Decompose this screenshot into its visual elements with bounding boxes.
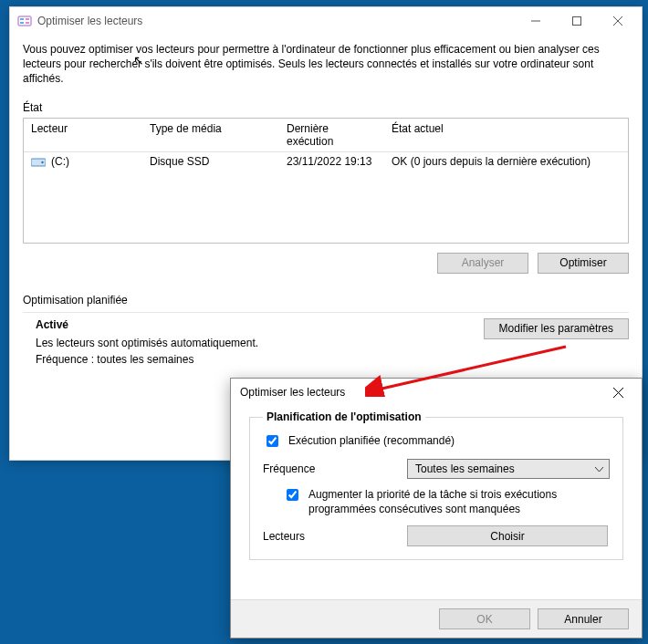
priority-label: Augmenter la priorité de la tâche si tro…: [308, 488, 610, 516]
svg-rect-0: [18, 16, 31, 26]
col-header-last[interactable]: Dernière exécution: [279, 119, 384, 151]
state-section-label: État: [23, 101, 629, 114]
minimize-button[interactable]: [515, 7, 556, 35]
app-icon: [17, 14, 32, 28]
scheduled-run-checkbox[interactable]: [267, 435, 278, 447]
svg-point-10: [41, 161, 43, 162]
svg-rect-6: [572, 17, 580, 26]
maximize-button[interactable]: [556, 7, 597, 35]
window-controls: [515, 7, 638, 35]
optimize-button[interactable]: Optimiser: [538, 253, 629, 274]
close-button[interactable]: [597, 7, 638, 35]
col-header-drive[interactable]: Lecteur: [24, 119, 142, 151]
last-run: 23/11/2022 19:13: [279, 152, 384, 171]
schedule-section-title: Planification de l'optimisation: [263, 410, 425, 423]
schedule-status: Activé: [36, 318, 258, 331]
grid-header[interactable]: Lecteur Type de média Dernière exécution…: [24, 119, 628, 152]
frequency-label: Fréquence: [263, 462, 407, 475]
col-header-media[interactable]: Type de média: [142, 119, 279, 151]
scheduled-run-label: Exécution planifiée (recommandé): [288, 434, 455, 447]
cancel-button[interactable]: Annuler: [538, 608, 629, 629]
schedule-settings-dialog: Optimiser les lecteurs Planification de …: [230, 378, 643, 639]
svg-rect-3: [26, 18, 29, 20]
frequency-select[interactable]: Toutes les semaines: [407, 459, 610, 479]
choose-drives-button[interactable]: Choisir: [407, 525, 608, 546]
media-type: Disque SSD: [142, 152, 279, 171]
dialog-close-button[interactable]: [600, 379, 636, 405]
svg-rect-1: [20, 18, 24, 20]
drives-label: Lecteurs: [263, 530, 407, 543]
priority-checkbox[interactable]: [287, 489, 298, 501]
drive-icon: [31, 156, 46, 167]
current-state: OK (0 jours depuis la dernière exécution…: [384, 152, 628, 171]
dialog-title: Optimiser les lecteurs: [240, 386, 345, 399]
schedule-line1: Les lecteurs sont optimisés automatiquem…: [36, 337, 258, 349]
svg-rect-2: [20, 22, 24, 24]
scheduled-optimization-label: Optimisation planifiée: [23, 294, 629, 306]
titlebar[interactable]: Optimiser les lecteurs: [10, 7, 642, 35]
dialog-titlebar[interactable]: Optimiser les lecteurs: [231, 379, 642, 406]
frequency-value: Toutes les semaines: [415, 462, 515, 475]
ok-button[interactable]: OK: [439, 608, 530, 629]
col-header-state[interactable]: État actuel: [384, 119, 628, 151]
modify-settings-button[interactable]: Modifier les paramètres: [484, 318, 629, 339]
svg-rect-4: [26, 22, 29, 24]
description-text: Vous pouvez optimiser vos lecteurs pour …: [23, 42, 629, 87]
chevron-down-icon: [595, 462, 603, 475]
table-row[interactable]: (C:) Disque SSD 23/11/2022 19:13 OK (0 j…: [24, 152, 628, 171]
window-title: Optimiser les lecteurs: [37, 15, 142, 27]
drives-grid: Lecteur Type de média Dernière exécution…: [23, 118, 629, 244]
analyze-button[interactable]: Analyser: [437, 253, 528, 274]
schedule-line2: Fréquence : toutes les semaines: [36, 353, 258, 366]
drive-name: (C:): [51, 155, 69, 168]
